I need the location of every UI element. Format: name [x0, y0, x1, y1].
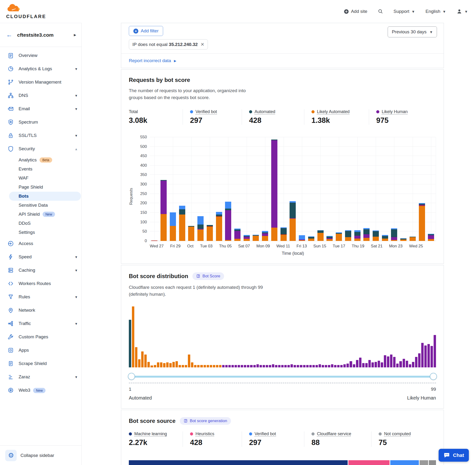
legend-dot	[190, 432, 193, 435]
sidebar-item-apps[interactable]: Apps	[0, 344, 81, 357]
histogram-bar-score-58	[306, 365, 309, 367]
stat-label[interactable]: Heuristics	[195, 432, 214, 436]
histogram-bar-score-93	[415, 357, 417, 367]
sidebar-item-api-shield[interactable]: API ShieldNew	[0, 210, 81, 219]
sidebar-item-scrape-shield[interactable]: Scrape Shield	[0, 357, 81, 370]
y-tick-label: 350	[140, 172, 147, 177]
account-menu[interactable]: ▼	[456, 9, 468, 14]
stat-label[interactable]: Verified bot	[254, 432, 276, 436]
slider-handle-min[interactable]	[128, 373, 135, 380]
histogram-bar-score-95	[421, 343, 424, 367]
settings-gear-button[interactable]: ⚙	[5, 450, 17, 461]
sidebar-item-traffic[interactable]: Traffic▾	[0, 317, 81, 330]
gridline	[357, 137, 358, 241]
sidebar-item-web3[interactable]: Web3New	[0, 384, 81, 397]
stat-label[interactable]: Likely Human	[382, 109, 408, 114]
sidebar-item-label: Spectrum	[19, 119, 77, 125]
bar-segment-verified_bot	[170, 212, 176, 226]
sidebar-item-ssl-tls[interactable]: SSL/TLS▾	[0, 129, 81, 142]
sidebar-item-analytics-logs[interactable]: Analytics & Logs▾	[0, 62, 81, 75]
sidebar-item-spectrum[interactable]: Spectrum	[0, 116, 81, 129]
date-range-value: Previous 30 days	[392, 29, 426, 34]
sidebar-item-email[interactable]: Email▾	[0, 102, 81, 116]
x-axis-ticks: Wed 27Fri 29OctTue 03Thu 05Sat 07Mon 09W…	[150, 244, 436, 249]
bot-score-doc-badge[interactable]: Bot Score	[192, 272, 224, 280]
stat-label: Total	[129, 109, 138, 114]
sidebar-item-ddos[interactable]: DDoS	[0, 219, 81, 228]
source-segment-not-computed	[429, 460, 436, 465]
overview-icon	[8, 52, 14, 59]
sidebar-item-label: Caching	[19, 268, 71, 273]
sidebar-item-network[interactable]: Network	[0, 304, 81, 317]
bar-segment-likely_automated	[336, 234, 342, 241]
sidebar-item-label: Apps	[19, 348, 77, 353]
stat-value: 297	[190, 116, 235, 125]
histogram-bar-score-25	[204, 365, 206, 367]
back-arrow-icon[interactable]: ←	[6, 31, 12, 39]
stacked-bar	[354, 230, 360, 241]
sidebar-item-version-management[interactable]: Version Management	[0, 75, 81, 89]
histogram-bar-score-98	[431, 346, 433, 367]
chat-button[interactable]: Chat	[439, 449, 469, 462]
sidebar-item-custom-pages[interactable]: Custom Pages	[0, 330, 81, 344]
sidebar-item-waf[interactable]: WAF	[0, 174, 81, 183]
slider-handle-max[interactable]	[430, 373, 437, 380]
search-button[interactable]	[378, 9, 383, 14]
bar-column	[362, 137, 371, 241]
stat-label[interactable]: Not computed	[384, 432, 411, 436]
sidebar-item-workers-routes[interactable]: Workers Routes	[0, 277, 81, 290]
stat-likely-human: Likely Human975	[369, 109, 414, 125]
date-range-select[interactable]: Previous 30 days ▼	[388, 26, 437, 37]
sidebar-item-sensitive-data[interactable]: Sensitive Data	[0, 201, 81, 210]
histogram-bar-score-61	[316, 365, 318, 367]
stat-label[interactable]: Verified bot	[195, 109, 217, 114]
sidebar-item-label: DNS	[19, 93, 71, 98]
beta-badge: Beta	[40, 157, 52, 163]
histogram-bar-score-53	[290, 364, 293, 367]
stat-label[interactable]: Machine learning	[134, 432, 167, 436]
sidebar-item-events[interactable]: Events	[0, 165, 81, 174]
sidebar-item-caching[interactable]: Caching▾	[0, 264, 81, 277]
sidebar-item-page-shield[interactable]: Page Shield	[0, 183, 81, 192]
histogram-bar-score-49	[278, 365, 281, 367]
report-incorrect-data-link[interactable]: Report incorrect data ▶	[129, 58, 176, 63]
stat-label[interactable]: Automated	[254, 109, 275, 114]
sidebar-item-zaraz[interactable]: Zaraz▾	[0, 370, 81, 384]
bot-score-generation-doc-badge[interactable]: Bot score generation	[180, 417, 231, 425]
sidebar-item-settings[interactable]: Settings	[0, 228, 81, 237]
sidebar-item-analytics[interactable]: AnalyticsBeta	[0, 156, 81, 165]
collapse-sidebar-button[interactable]: Collapse sidebar	[21, 453, 54, 458]
language-menu[interactable]: English ▼	[425, 9, 446, 14]
histogram-bar-score-4	[138, 359, 140, 367]
histogram-bar-score-43	[260, 365, 262, 367]
histogram-bar-score-24	[200, 365, 203, 367]
bar-segment-automated	[179, 209, 185, 214]
bar-segment-likely_automated	[290, 219, 296, 241]
sidebar-item-access[interactable]: Access	[0, 237, 81, 250]
sidebar-item-security[interactable]: Security▴	[0, 142, 81, 156]
histogram-bar-score-66	[331, 364, 333, 367]
stat-label[interactable]: Likely Automated	[317, 109, 349, 114]
cloudflare-logo[interactable]: CLOUDFLARE	[5, 4, 46, 19]
legend-dot	[249, 432, 252, 435]
add-site-button[interactable]: Add site	[344, 9, 367, 14]
bot-score-distribution-card: Bot score distribution Bot Score Cloudfl…	[121, 265, 444, 409]
histogram-bar-score-75	[359, 358, 361, 367]
site-switcher-caret-icon[interactable]: ▶	[74, 33, 76, 37]
sidebar-item-speed[interactable]: Speed▾	[0, 250, 81, 264]
bar-segment-likely_automated	[243, 239, 250, 241]
bar-segment-likely_automated	[317, 233, 324, 241]
bar-segment-likely_automated	[262, 236, 268, 241]
sidebar-item-dns[interactable]: DNS▾	[0, 89, 81, 102]
stat-label[interactable]: Cloudflare service	[317, 432, 351, 436]
support-menu[interactable]: Support ▼	[394, 9, 415, 14]
add-filter-button[interactable]: + Add filter	[129, 26, 163, 36]
sidebar-item-bots[interactable]: Bots	[9, 192, 81, 201]
stacked-bar	[243, 235, 250, 241]
bar-segment-likely_human	[160, 181, 167, 214]
remove-filter-icon[interactable]: ✕	[201, 42, 204, 47]
cloudflare-logo-text: CLOUDFLARE	[6, 14, 46, 19]
sidebar-item-rules[interactable]: Rules▾	[0, 290, 81, 304]
stat-value: 2.27k	[129, 438, 176, 447]
sidebar-item-overview[interactable]: Overview	[0, 49, 81, 62]
